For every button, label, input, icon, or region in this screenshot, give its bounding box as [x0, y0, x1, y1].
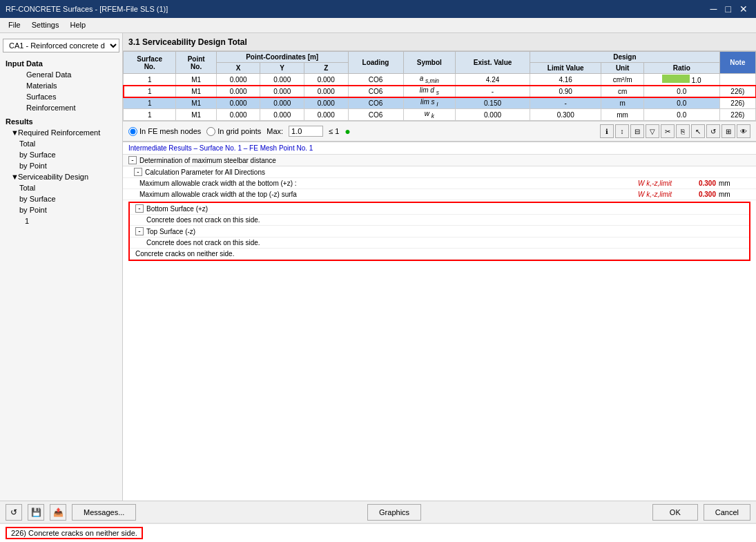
- cell-point: M1: [176, 74, 217, 86]
- cell-z: 0.000: [304, 86, 348, 97]
- cell-z: 0.000: [304, 74, 348, 86]
- status-message: 226) Concrete cracks on neither side.: [6, 527, 143, 539]
- main-layout: CA1 - Reinforced concrete desi... Input …: [0, 33, 756, 501]
- export-icon-button[interactable]: 📤: [50, 504, 66, 521]
- tree-rr-total[interactable]: Total: [0, 138, 122, 149]
- cell-loading: CO6: [348, 97, 403, 109]
- col-y: Y: [260, 63, 304, 74]
- col-coordinates: Point-Coordinates [m]: [216, 52, 348, 63]
- col-point-no: PointNo.: [176, 52, 217, 74]
- cell-symbol: lim s I: [403, 97, 455, 109]
- filter-icon[interactable]: ⊟: [630, 124, 644, 138]
- maximize-button[interactable]: □: [723, 3, 734, 14]
- tree-serviceability-design[interactable]: ▼Serviceability Design: [0, 171, 122, 182]
- red-box-section: - Bottom Surface (+z) Concrete does not …: [128, 202, 750, 261]
- cursor-icon[interactable]: ↖: [691, 124, 705, 138]
- reload-icon[interactable]: ↺: [706, 124, 720, 138]
- menu-file[interactable]: File: [3, 19, 26, 31]
- max-label: Max:: [266, 127, 283, 135]
- graphics-button[interactable]: Graphics: [367, 504, 421, 521]
- int-row-value-2: 0.300: [675, 191, 716, 198]
- funnel-icon[interactable]: ▽: [646, 124, 659, 138]
- int-row-unit-2: mm: [719, 191, 739, 198]
- tree-sd-by-point[interactable]: by Point: [0, 204, 122, 215]
- cell-exist-value: 4.24: [456, 74, 530, 86]
- scissors-icon[interactable]: ✂: [661, 124, 675, 138]
- data-table: SurfaceNo. PointNo. Point-Coordinates [m…: [123, 51, 756, 121]
- cell-unit: mm: [601, 109, 644, 121]
- cell-x: 0.000: [216, 109, 260, 121]
- cell-symbol: w k: [403, 109, 455, 121]
- table-row[interactable]: 1 M1 0.000 0.000 0.000 CO6 lim d s - 0.9…: [124, 86, 756, 97]
- cell-point: M1: [176, 86, 217, 97]
- eye-icon[interactable]: 👁: [737, 124, 750, 138]
- table-row[interactable]: 1 M1 0.000 0.000 0.000 CO6 a s,min 4.24 …: [124, 74, 756, 86]
- tree-sd-by-surface[interactable]: by Surface: [0, 193, 122, 204]
- cell-x: 0.000: [216, 86, 260, 97]
- sort-icon[interactable]: ↕: [615, 124, 629, 138]
- cell-ratio: 0.0: [643, 97, 719, 109]
- minimize-button[interactable]: ─: [708, 3, 720, 14]
- tree-surfaces[interactable]: Surfaces: [0, 91, 122, 102]
- max-value-input[interactable]: [289, 126, 323, 137]
- top-surface-message: Concrete does not crack on this side.: [130, 238, 749, 249]
- tree-materials[interactable]: Materials: [0, 80, 122, 91]
- filter-icons: ℹ ↕ ⊟ ▽ ✂ ⎘ ↖ ↺ ⊞ 👁: [600, 124, 750, 138]
- tree-sd-total[interactable]: Total: [0, 182, 122, 193]
- cell-z: 0.000: [304, 97, 348, 109]
- close-button[interactable]: ✕: [737, 3, 750, 14]
- status-bar: 226) Concrete cracks on neither side.: [0, 523, 756, 542]
- tree-reinforcement[interactable]: Reinforcement: [0, 102, 122, 113]
- table-row[interactable]: 1 M1 0.000 0.000 0.000 CO6 w k 0.000 0.3…: [124, 109, 756, 121]
- info-icon[interactable]: ℹ: [600, 124, 614, 138]
- col-limit-value: Limit Value: [530, 63, 601, 74]
- expand-icon-3[interactable]: -: [135, 204, 144, 213]
- radio-grid-points[interactable]: In grid points: [206, 127, 261, 136]
- cell-y: 0.000: [260, 74, 304, 86]
- menu-settings[interactable]: Settings: [26, 19, 65, 31]
- table-area[interactable]: SurfaceNo. PointNo. Point-Coordinates [m…: [123, 51, 756, 122]
- back-icon-button[interactable]: ↺: [6, 504, 22, 521]
- bottom-surface-header: - Bottom Surface (+z): [130, 203, 749, 215]
- cell-note: 226): [719, 109, 755, 121]
- expand-icon-2[interactable]: -: [134, 168, 142, 176]
- tree-rr-by-point[interactable]: by Point: [0, 160, 122, 171]
- copy-icon[interactable]: ⎘: [676, 124, 690, 138]
- cell-surface: 1: [124, 97, 176, 109]
- radio-fe-mesh[interactable]: In FE mesh nodes: [128, 127, 201, 136]
- table-row[interactable]: 1 M1 0.000 0.000 0.000 CO6 lim s I 0.150…: [124, 97, 756, 109]
- menu-help[interactable]: Help: [64, 19, 91, 31]
- cell-y: 0.000: [260, 109, 304, 121]
- ok-button[interactable]: OK: [652, 504, 698, 521]
- tree-rr-by-surface[interactable]: by Surface: [0, 149, 122, 160]
- top-surface-header: - Top Surface (-z): [130, 226, 749, 238]
- cell-exist-value: -: [456, 86, 530, 97]
- cell-limit-value: 4.16: [530, 74, 601, 86]
- cell-loading: CO6: [348, 74, 403, 86]
- cell-surface: 1: [124, 86, 176, 97]
- col-z: Z: [304, 63, 348, 74]
- cell-note: [719, 74, 755, 86]
- window-controls[interactable]: ─ □ ✕: [708, 3, 750, 14]
- table-icon[interactable]: ⊞: [721, 124, 735, 138]
- filter-bar: In FE mesh nodes In grid points Max: ≤ 1…: [123, 122, 756, 142]
- expand-icon-4[interactable]: -: [135, 227, 144, 235]
- save-icon-button[interactable]: 💾: [28, 504, 44, 521]
- module-select[interactable]: CA1 - Reinforced concrete desi...: [3, 39, 119, 52]
- tree-sd-point-1[interactable]: 1: [0, 215, 122, 226]
- cancel-button[interactable]: Cancel: [704, 504, 750, 521]
- tree-general-data[interactable]: General Data: [0, 69, 122, 80]
- menu-bar: File Settings Help: [0, 18, 756, 33]
- tree-input-data: Input Data General Data Materials Surfac…: [0, 58, 122, 113]
- int-section-header-1: - Determination of maximum steelbar dist…: [123, 155, 756, 166]
- int-row-1: Maximum allowable crack width at the bot…: [123, 178, 756, 189]
- col-exist-value: Exist. Value: [456, 52, 530, 74]
- int-section-main: - Determination of maximum steelbar dist…: [123, 155, 756, 261]
- messages-button[interactable]: Messages...: [72, 504, 136, 521]
- expand-icon-1[interactable]: -: [128, 156, 137, 164]
- int-row-symbol-1: W k,-z,limit: [638, 180, 672, 187]
- cell-note: 226): [719, 86, 755, 97]
- cell-loading: CO6: [348, 109, 403, 121]
- tree-required-reinforcement[interactable]: ▼Required Reinforcement: [0, 127, 122, 138]
- title-bar: RF-CONCRETE Surfaces - [RFEM-File SLS (1…: [0, 0, 756, 18]
